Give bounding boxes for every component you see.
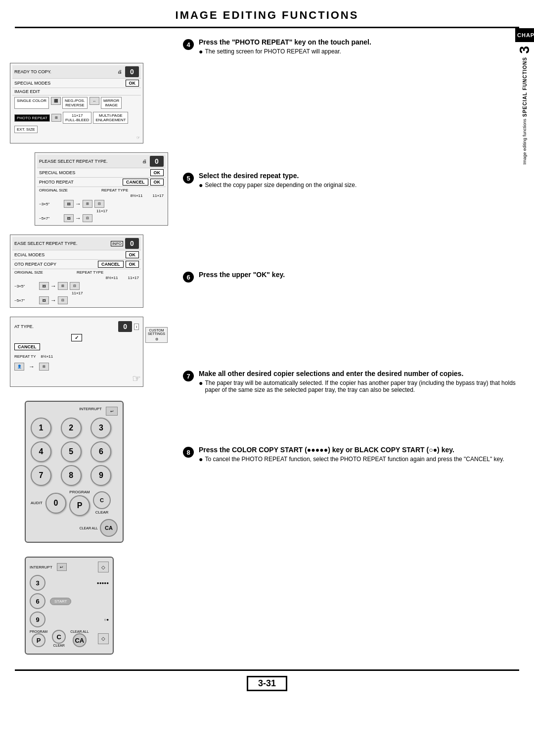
size-11x17: 11×17 — [153, 193, 164, 198]
cancel-button-screen2[interactable]: CANCEL — [123, 179, 148, 186]
key-ca[interactable]: CA — [100, 519, 118, 537]
sk-interrupt-btn[interactable]: ↩ — [57, 563, 67, 571]
step-4-bullet-1: ● The setting screen for PHOTO REPEAT wi… — [199, 48, 519, 55]
step-7: 7 Make all other desired copier selectio… — [183, 370, 519, 393]
keypad: INTERRUPT ↩ 1 2 3 4 5 6 7 8 9 AUDIT — [25, 401, 124, 543]
row2-size: ~5×7" — [39, 216, 64, 221]
key-9[interactable]: 9 — [90, 465, 111, 486]
page-header: IMAGE EDITING FUNCTIONS — [15, 0, 519, 28]
size-8half-11: 8½×11 — [41, 354, 53, 359]
step-6-number: 6 — [183, 272, 194, 283]
photo-icon-row2-s3: 🖼 — [39, 296, 49, 304]
photo-repeat-btn[interactable]: PHOTO REPEAT — [14, 114, 50, 122]
custom-settings-panel: CUSTOM SETTINGS ⚙ — [145, 327, 168, 343]
sk-diamond2[interactable]: ◇ — [98, 633, 109, 644]
printer-icon2: 🖨 — [142, 159, 147, 164]
spacer-screen4 — [183, 291, 519, 361]
ok-check-button[interactable]: ✓ — [71, 334, 82, 341]
cancel-button-screen4[interactable]: CANCEL — [14, 343, 40, 350]
size-8.5x11: 8½×11 — [131, 193, 143, 198]
main-content: READY TO COPY. 🖨 0 SPECIAL MODES OK IMAG… — [0, 28, 534, 664]
sk-key-ca[interactable]: CA — [73, 633, 87, 647]
neg-pos-btn[interactable]: NEG./POS.REVERSE — [62, 97, 88, 109]
small-keypad: INTERRUPT ↩ ◇ 3 ●●●●● 6 START — [25, 557, 114, 655]
sk-diamond1[interactable]: ◇ — [98, 562, 109, 572]
repeat-type-col3: REPEAT TYPE — [77, 270, 139, 275]
repeat-type-col: REPEAT TYPE — [101, 188, 164, 192]
key-5[interactable]: 5 — [61, 441, 82, 462]
ease-select-text: EASE SELECT REPEAT TYPE. — [14, 241, 77, 246]
size-8.5x11-s3: 8½×11 — [106, 276, 118, 280]
ok-button-screen1[interactable]: OK — [126, 80, 139, 87]
step-4-content: Press the "PHOTO REPEAT" key on the touc… — [199, 38, 519, 55]
sk-bottom-row: PROGRAM P C CLEAR CLEAR ALL CA ◇ — [30, 630, 109, 647]
step-5-title: Select the desired repeat type. — [199, 172, 519, 180]
key-3[interactable]: 3 — [90, 418, 111, 438]
repeat-type-row2[interactable]: ⊟ — [83, 214, 92, 222]
11x17-label: 11×17 — [37, 209, 166, 213]
repeat-type-4up[interactable]: ⊞ — [83, 200, 92, 208]
interrupt-btn[interactable]: ↩ — [106, 407, 118, 416]
step-8: 8 Press the COLOR COPY START (●●●●●) key… — [183, 446, 519, 463]
mirror-btn[interactable]: MIRRORIMAGE — [101, 97, 122, 109]
sk-key-3[interactable]: 3 — [30, 575, 45, 591]
row1-size-s3: ~3×5" — [14, 284, 39, 288]
audit-section: AUDIT — [31, 501, 43, 505]
program-label: PROGRAM — [69, 490, 89, 494]
sk-program-section: PROGRAM P — [30, 630, 47, 647]
ok-button2-screen2[interactable]: OK — [150, 179, 164, 186]
chapter-label: CHAPTER — [515, 28, 534, 42]
step-8-number: 8 — [183, 447, 194, 458]
key-8[interactable]: 8 — [61, 465, 82, 486]
full-bleed-btn[interactable]: 11×17FULL-BLEED — [63, 112, 91, 124]
step-6-content: Press the upper "OK" key. — [199, 271, 519, 281]
sk-key-p[interactable]: P — [32, 633, 45, 647]
cancel-button-screen3[interactable]: CANCEL — [98, 261, 124, 268]
key-0[interactable]: 0 — [45, 493, 66, 514]
person-icon: 👤 — [14, 363, 24, 371]
key-p[interactable]: P — [69, 495, 90, 516]
start-button[interactable]: START — [50, 598, 71, 605]
original-size-col: ORIGINAL SIZE — [39, 188, 101, 192]
number-keys: 1 2 3 4 5 6 7 8 9 — [31, 418, 118, 486]
right-column: 4 Press the "PHOTO REPEAT" key on the to… — [168, 33, 519, 660]
ok2-button-screen3[interactable]: OK — [126, 261, 139, 268]
sk-key-c[interactable]: C — [52, 630, 66, 644]
repeat-type-8up[interactable]: ⊟ — [94, 200, 104, 208]
key-4[interactable]: 4 — [31, 441, 51, 462]
repeat-ty-label: REPEAT TY — [14, 354, 36, 359]
multi-page-btn[interactable]: MULTI-PAGEENLARGEMENT — [93, 112, 128, 124]
single-color-btn[interactable]: SINGLE COLOR — [14, 97, 49, 109]
sk-row4: 9 ○● — [30, 612, 109, 627]
key-c[interactable]: C — [93, 491, 111, 509]
finger-press-indicator: ☞ — [12, 373, 141, 384]
mirror-icon: ↔ — [89, 97, 99, 105]
step-7-content: Make all other desired copier selections… — [199, 370, 519, 393]
step-6: 6 Press the upper "OK" key. — [183, 271, 519, 283]
photo-repeat-label: PHOTO REPEAT — [39, 180, 123, 185]
original-size-col3: ORIGINAL SIZE — [14, 270, 77, 275]
repeat-type-row2-s3[interactable]: ⊟ — [58, 296, 68, 304]
arrow2: → — [75, 215, 81, 222]
sk-key-6[interactable]: 6 — [30, 593, 45, 609]
keypad-container: INTERRUPT ↩ 1 2 3 4 5 6 7 8 9 AUDIT — [10, 396, 143, 548]
repeat-type-8up-s3[interactable]: ⊟ — [70, 282, 80, 290]
key-1[interactable]: 1 — [31, 418, 51, 438]
ca-row: CLEAR ALL CA — [31, 519, 118, 537]
keypad-top-buttons: INTERRUPT ↩ — [31, 407, 118, 416]
ok-button-screen3[interactable]: OK — [126, 251, 139, 258]
repeat-type-4up-s3[interactable]: ⊞ — [58, 282, 68, 290]
sk-key-9[interactable]: 9 — [30, 612, 45, 627]
copy-count-display3: 0 — [125, 238, 139, 249]
ok-button-screen2[interactable]: OK — [150, 169, 164, 176]
copy-count-display4: 0 — [118, 321, 132, 332]
key-7[interactable]: 7 — [31, 465, 51, 486]
key-6[interactable]: 6 — [90, 441, 111, 462]
repeat-icon-s4[interactable]: ⊞ — [39, 363, 49, 371]
step-4: 4 Press the "PHOTO REPEAT" key on the to… — [183, 38, 519, 55]
key-2[interactable]: 2 — [61, 418, 82, 438]
clear-all-section: CLEAR ALL — [80, 526, 98, 530]
ext-size-btn[interactable]: EXT. SIZE — [14, 126, 38, 133]
printer-icon: 🖨 — [118, 69, 122, 74]
sk-program-label: PROGRAM — [30, 630, 47, 633]
